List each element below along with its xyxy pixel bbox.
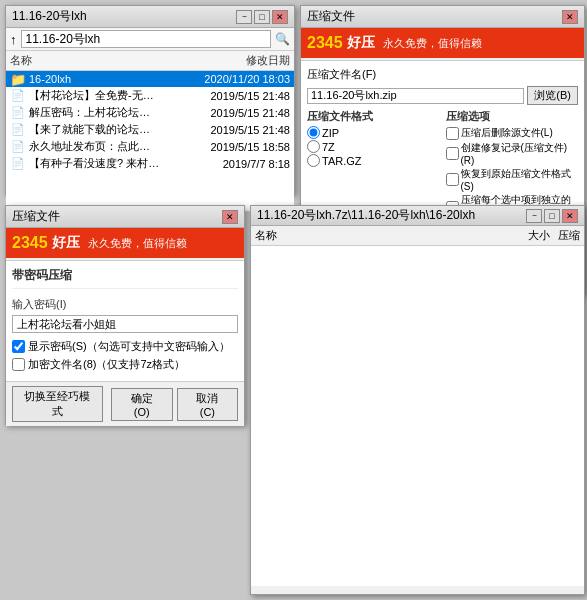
pw-input[interactable] [12, 315, 238, 333]
file-item[interactable]: 📁16-20lxh2020/11/20 18:03 [6, 71, 294, 87]
filename-label: 压缩文件名(F) [307, 67, 377, 82]
logo-2345: 2345 [307, 34, 343, 52]
opt-repair: 创建修复记录(压缩文件)(R) [446, 141, 579, 166]
file-item-date: 2019/5/15 21:48 [160, 107, 290, 119]
encrypt-name-checkbox-row: 加密文件名(8)（仅支持7z格式） [12, 357, 238, 372]
zip-radio[interactable]: ZIP [307, 126, 440, 139]
up-icon[interactable]: ↑ [10, 32, 17, 47]
pw-input-label: 输入密码(I) [12, 297, 238, 312]
compress-titlebar: 压缩文件 ✕ [301, 6, 584, 28]
filename-input-row: 浏览(B) [307, 86, 578, 105]
file-item[interactable]: 📄【有种子看没速度? 来村花论坛人工加...2019/7/7 8:18 [6, 155, 294, 172]
logo-haoye: 好压 [347, 34, 375, 52]
fl-col-ratio-label: 压缩 [550, 228, 580, 243]
file-item-date: 2019/5/15 18:58 [160, 141, 290, 153]
file-item-name: 16-20lxh [29, 73, 160, 85]
pw-bottom-bar: 切换至经巧模式 确定(O) 取消(C) [6, 381, 244, 426]
maximize-button[interactable]: □ [254, 10, 270, 24]
opt-delete-src: 压缩后删除源文件(L) [446, 126, 579, 140]
compress-close-button[interactable]: ✕ [562, 10, 578, 24]
file-item[interactable]: 📄永久地址发布页：点此打开2019/5/15 18:58 [6, 138, 294, 155]
filelist-window: 11.16-20号lxh.7z\11.16-20号lxh\16-20lxh － … [250, 205, 585, 595]
file-item[interactable]: 📄解压密码：上村花论坛看小姐姐.jpg2019/5/15 21:48 [6, 104, 294, 121]
window-controls: － □ ✕ [236, 10, 288, 24]
file-item-date: 2019/5/15 21:48 [160, 90, 290, 102]
encrypt-name-checkbox[interactable] [12, 358, 25, 371]
browse-button[interactable]: 浏览(B) [527, 86, 578, 105]
file-item-date: 2019/5/15 21:48 [160, 124, 290, 136]
compress-window-controls: ✕ [562, 10, 578, 24]
pw-close-button[interactable]: ✕ [222, 210, 238, 224]
7z-radio[interactable]: 7Z [307, 140, 440, 153]
col-name-label: 名称 [10, 53, 160, 68]
pw-section-title: 带密码压缩 [12, 267, 238, 289]
password-window: 压缩文件 ✕ 2345 好压 永久免费，值得信赖 带密码压缩 输入密码(I) 显… [5, 205, 245, 425]
txt-icon: 📄 [10, 89, 26, 103]
folder-icon: 📁 [10, 72, 26, 86]
fl-col-size-label: 大小 [480, 228, 550, 243]
file-explorer-titlebar: 11.16-20号lxh － □ ✕ [6, 6, 294, 28]
pw-body: 带密码压缩 输入密码(I) 显示密码(S)（勾选可支持中文密码输入） 加密文件名… [6, 261, 244, 381]
txt-icon: 📄 [10, 106, 26, 120]
fl-close-btn[interactable]: ✕ [562, 209, 578, 223]
file-item-name: 解压密码：上村花论坛看小姐姐.jpg [29, 105, 160, 120]
column-header: 名称 修改日期 [6, 51, 294, 71]
pw-window-controls: ✕ [222, 210, 238, 224]
txt-icon: 📄 [10, 140, 26, 154]
pw-titlebar: 压缩文件 ✕ [6, 206, 244, 228]
compress-title: 压缩文件 [307, 8, 562, 25]
targz-radio[interactable]: TAR.GZ [307, 154, 440, 167]
fl-minimize-btn[interactable]: － [526, 209, 542, 223]
close-button[interactable]: ✕ [272, 10, 288, 24]
pw-ok-btn[interactable]: 确定(O) [111, 388, 173, 421]
filelist-items [251, 246, 584, 586]
file-explorer-window: 11.16-20号lxh － □ ✕ ↑ 🔍 名称 修改日期 📁16-20lxh… [5, 5, 295, 195]
col-date-label: 修改日期 [160, 53, 290, 68]
filename-row: 压缩文件名(F) [307, 67, 578, 82]
filelist-titlebar: 11.16-20号lxh.7z\11.16-20号lxh\16-20lxh － … [251, 206, 584, 226]
file-item-name: 永久地址发布页：点此打开 [29, 139, 160, 154]
file-explorer-title: 11.16-20号lxh [12, 8, 236, 25]
pw-logo-2345: 2345 [12, 234, 48, 252]
filename-input[interactable] [307, 88, 524, 104]
encrypt-name-label: 加密文件名(8)（仅支持7z格式） [28, 357, 185, 372]
txt-icon: 📄 [10, 157, 26, 171]
filelist-title: 11.16-20号lxh.7z\11.16-20号lxh\16-20lxh [257, 207, 526, 224]
address-bar[interactable] [21, 30, 272, 48]
file-item-date: 2020/11/20 18:03 [160, 73, 290, 85]
pw-title: 压缩文件 [12, 208, 222, 225]
fl-window-controls: － □ ✕ [526, 209, 578, 223]
file-item[interactable]: 📄【村花论坛】全免费-无套路-更新快.txt2019/5/15 21:48 [6, 87, 294, 104]
file-item-date: 2019/7/7 8:18 [160, 158, 290, 170]
pw-cancel-btn[interactable]: 取消(C) [177, 388, 238, 421]
options-label: 压缩选项 [446, 109, 579, 124]
format-radio-group: ZIP 7Z TAR.GZ [307, 126, 440, 167]
pw-banner: 2345 好压 永久免费，值得信赖 [6, 228, 244, 258]
file-item-name: 【村花论坛】全免费-无套路-更新快.txt [29, 88, 160, 103]
file-item-name: 【有种子看没速度? 来村花论坛人工加... [29, 156, 160, 171]
show-pw-checkbox-row: 显示密码(S)（勾选可支持中文密码输入） [12, 339, 238, 354]
pw-banner-slogan: 永久免费，值得信赖 [88, 236, 187, 251]
fl-col-name-label: 名称 [255, 228, 480, 243]
minimize-button[interactable]: － [236, 10, 252, 24]
file-list: 📁16-20lxh2020/11/20 18:03📄【村花论坛】全免费-无套路-… [6, 71, 294, 211]
compress-banner: 2345 好压 永久免费，值得信赖 [301, 28, 584, 58]
show-pw-label: 显示密码(S)（勾选可支持中文密码输入） [28, 339, 230, 354]
pw-advanced-btn[interactable]: 切换至经巧模式 [12, 386, 103, 422]
explorer-toolbar: ↑ 🔍 [6, 28, 294, 51]
filelist-column-header: 名称 大小 压缩 [251, 226, 584, 246]
show-pw-checkbox[interactable] [12, 340, 25, 353]
txt-icon: 📄 [10, 123, 26, 137]
banner-slogan: 永久免费，值得信赖 [383, 36, 482, 51]
opt-restore-fmt: 恢复到原始压缩文件格式(S) [446, 167, 579, 192]
file-item[interactable]: 📄【来了就能下载的论坛，纯免费】.txt2019/5/15 21:48 [6, 121, 294, 138]
pw-logo-haoye: 好压 [52, 234, 80, 252]
search-icon[interactable]: 🔍 [275, 32, 290, 46]
file-item-name: 【来了就能下载的论坛，纯免费】.txt [29, 122, 160, 137]
fl-maximize-btn[interactable]: □ [544, 209, 560, 223]
format-label: 压缩文件格式 [307, 109, 440, 124]
